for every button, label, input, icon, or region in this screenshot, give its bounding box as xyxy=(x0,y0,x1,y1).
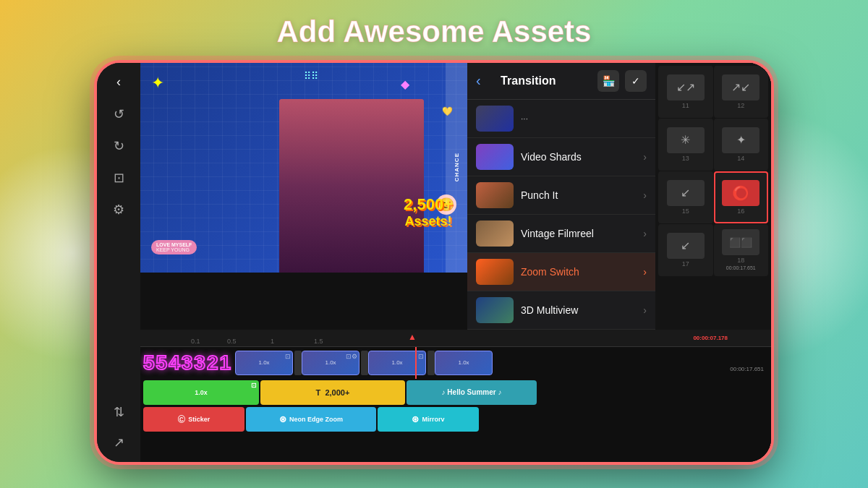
grid-item-16[interactable]: ⭕ 16 xyxy=(714,171,769,223)
thumb-zoom xyxy=(476,259,514,285)
clip-icon-3: ⊡ xyxy=(418,353,424,360)
clip-block-3[interactable]: 1.0x ⊡ xyxy=(368,351,426,375)
thumb-video-shards xyxy=(476,144,514,170)
grid-thumb-11: ↙↗ xyxy=(667,74,705,100)
grid-item-11[interactable]: ↙↗ 11 xyxy=(658,66,713,118)
check-button[interactable]: ✓ xyxy=(625,70,647,92)
clip-label-2: 1.0x xyxy=(325,359,336,366)
grid-num-11: 11 xyxy=(682,102,689,109)
grid-num-12: 12 xyxy=(737,102,744,109)
sticker-icon: © xyxy=(178,414,185,425)
thumb-partial xyxy=(476,106,514,132)
track-row-2: © Sticker ⊛ Neon Edge Zoom ⊛ Mirrorv xyxy=(143,407,768,432)
transition-list: ‹ Transition 🏪 ✓ ·· xyxy=(467,63,655,330)
clip-label-3: 1.0x xyxy=(391,359,402,366)
grid-item-14[interactable]: ✦ 14 xyxy=(714,119,769,171)
grid-num-18: 18 xyxy=(737,257,744,264)
transition-item-punch[interactable]: Punch It › xyxy=(467,176,655,215)
ruler-mark-1: 1 xyxy=(271,338,274,345)
transition-marker-1 xyxy=(294,351,302,375)
track-neon[interactable]: ⊛ Neon Edge Zoom xyxy=(246,407,376,432)
sidebar-btn-crop[interactable]: ⊡ xyxy=(105,164,132,192)
clip-block-4[interactable]: 1.0x xyxy=(435,351,493,375)
grid-thumb-17: ↙ xyxy=(667,233,705,259)
transition-items: ··· Video Shards › Punch It › xyxy=(467,100,655,330)
arrow-video-shards: › xyxy=(643,151,647,163)
panel-back-button[interactable]: ‹ xyxy=(476,72,481,89)
arrow-3d: › xyxy=(643,304,647,316)
numbers-clips-row: 5 5 4 3 3 2 1 1.0x ⊡ xyxy=(140,347,771,379)
chance-overlay: CHANCE xyxy=(446,63,467,273)
phone-frame: ‹ ↺ ↻ ⊡ ⚙ ⇅ ↗ xyxy=(94,60,774,465)
transition-name-partial: ··· xyxy=(521,114,647,124)
thumb-punch xyxy=(476,182,514,208)
sidebar-btn-split[interactable]: ⇅ xyxy=(105,398,132,426)
track-green[interactable]: 1.0x ⊡ xyxy=(143,380,259,405)
neon-1: 1 xyxy=(219,353,231,373)
person-silhouette xyxy=(279,99,424,273)
track-neon-label: Neon Edge Zoom xyxy=(289,416,343,423)
clip-block-2[interactable]: 1.0x ⊡⚙ xyxy=(302,351,359,375)
transition-name-video-shards: Video Shards xyxy=(521,151,643,163)
transition-name-vintage: Vintage Filmreel xyxy=(521,228,643,239)
track-sticker[interactable]: © Sticker xyxy=(143,407,244,432)
grid-num-17: 17 xyxy=(682,260,689,267)
ruler-mark-05: 0.5 xyxy=(227,338,237,345)
deco-star: ✦ xyxy=(151,74,164,93)
track-audio[interactable]: ♪ Hello Summer ♪ xyxy=(407,380,537,405)
grid-num-16: 16 xyxy=(737,207,744,215)
grid-item-13[interactable]: ✳ 13 xyxy=(658,119,713,171)
end-timestamp: 00:00:17.651 xyxy=(730,366,764,372)
track-mirror-label: Mirrorv xyxy=(422,416,444,423)
sidebar: ‹ ↺ ↻ ⊡ ⚙ ⇅ ↗ xyxy=(97,63,140,462)
transition-item-3d[interactable]: 3D Multiview › xyxy=(467,291,655,330)
neon-2: 2 xyxy=(207,353,218,373)
sidebar-btn-redo[interactable]: ↻ xyxy=(105,132,132,160)
panel-title: Transition xyxy=(487,74,570,87)
neon-3a: 3 xyxy=(182,353,193,373)
timeline-ruler: 0.1 0.5 1 1.5 ▲ 00:00:07.178 xyxy=(140,330,771,347)
neon-4: 4 xyxy=(169,353,180,373)
neon-icon: ⊛ xyxy=(279,414,286,424)
grid-thumb-13: ✳ xyxy=(667,127,705,153)
grid-num-15: 15 xyxy=(682,207,689,215)
sidebar-btn-undo[interactable]: ↺ xyxy=(105,100,132,128)
mirror-icon: ⊛ xyxy=(412,414,419,424)
thumb-3d xyxy=(476,297,514,323)
grid-thumb-15: ↙ xyxy=(667,180,705,206)
sidebar-btn-settings[interactable]: ⚙ xyxy=(105,196,132,223)
grid-item-18[interactable]: ⬛⬛ 18 00:00:17.651 xyxy=(714,224,769,276)
track-rows: 1.0x ⊡ T 2,000+ ♪ Hello Summer ♪ xyxy=(140,379,771,433)
track-audio-label: ♪ Hello Summer ♪ xyxy=(442,388,502,396)
deco-dots: ⠿⠿ xyxy=(304,70,318,82)
main-content: ✦ ◆ ⠿⠿ 💛 😊 2,500+ Assets! LOVE MYSELF xyxy=(140,63,771,462)
numbers-strip: 5 5 4 3 3 2 1 xyxy=(140,348,234,377)
transition-item-vintage[interactable]: Vintage Filmreel › xyxy=(467,215,655,253)
playhead-arrow: ▲ xyxy=(408,332,417,342)
ruler-mark-15: 1.5 xyxy=(314,338,323,345)
track-sticker-label: Sticker xyxy=(188,416,210,423)
transition-item-video-shards[interactable]: Video Shards › xyxy=(467,138,655,176)
timestamp-current: 00:00:07.178 xyxy=(693,335,728,341)
grid-item-12[interactable]: ↗↙ 12 xyxy=(714,66,769,118)
store-button[interactable]: 🏪 xyxy=(597,70,619,92)
track-text[interactable]: T 2,000+ xyxy=(260,380,405,405)
transition-item-zoom[interactable]: Zoom Switch › xyxy=(467,253,655,291)
transition-item-partial[interactable]: ··· xyxy=(467,100,655,138)
thumb-vintage xyxy=(476,221,514,247)
neon-5b: 5 xyxy=(156,353,168,373)
panel-header: ‹ Transition 🏪 ✓ xyxy=(467,63,655,100)
transition-name-zoom: Zoom Switch xyxy=(521,266,643,278)
neon-3b: 3 xyxy=(194,353,205,373)
grid-item-17[interactable]: ↙ 17 xyxy=(658,224,713,276)
grid-item-15[interactable]: ↙ 15 xyxy=(658,171,713,223)
video-screen: ✦ ◆ ⠿⠿ 💛 😊 2,500+ Assets! LOVE MYSELF xyxy=(140,63,467,273)
transition-name-3d: 3D Multiview xyxy=(521,304,643,316)
grid-thumb-14: ✦ xyxy=(722,127,760,153)
video-person xyxy=(279,99,424,273)
clip-block-1[interactable]: 1.0x ⊡ xyxy=(235,351,293,375)
sidebar-btn-add[interactable]: ↗ xyxy=(105,429,132,456)
track-mirror[interactable]: ⊛ Mirrorv xyxy=(378,407,479,432)
sidebar-btn-back[interactable]: ‹ xyxy=(105,69,132,96)
clip-icon-1: ⊡ xyxy=(285,353,291,360)
